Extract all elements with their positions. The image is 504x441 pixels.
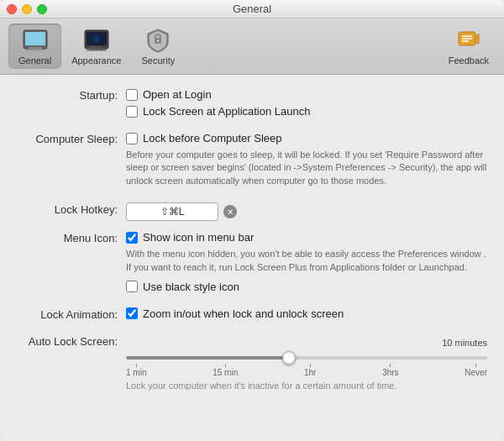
zoom-animation-label: Zoom in/out when lock and unlock screen bbox=[143, 307, 344, 320]
menu-icon-options: Show icon in menu bar With the menu icon… bbox=[126, 231, 487, 297]
svg-marker-14 bbox=[475, 34, 479, 44]
tab-appearance[interactable]: Appearance bbox=[61, 24, 131, 69]
lock-screen-launch-checkbox[interactable] bbox=[126, 106, 138, 118]
tab-security[interactable]: Security bbox=[131, 24, 185, 69]
hotkey-input[interactable] bbox=[126, 202, 218, 221]
show-menu-icon-row: Show icon in menu bar bbox=[126, 231, 487, 244]
menu-icon-row: Menu Icon: Show icon in menu bar With th… bbox=[17, 231, 487, 297]
hotkey-field: ✕ bbox=[126, 202, 487, 221]
show-menu-icon-checkbox[interactable] bbox=[126, 232, 138, 244]
svg-rect-9 bbox=[87, 50, 107, 51]
clear-hotkey-button[interactable]: ✕ bbox=[223, 205, 237, 218]
feedback-icon bbox=[455, 27, 482, 54]
use-black-style-checkbox[interactable] bbox=[126, 281, 138, 292]
zoom-animation-row: Zoom in/out when lock and unlock screen bbox=[126, 307, 487, 320]
open-at-login-checkbox[interactable] bbox=[126, 89, 138, 101]
title-bar: General bbox=[0, 0, 504, 18]
toolbar: General Appearance bbox=[0, 18, 504, 75]
lock-before-sleep-checkbox[interactable] bbox=[126, 133, 138, 144]
svg-point-12 bbox=[157, 40, 159, 42]
main-window: General General bbox=[0, 0, 504, 441]
slider-wrapper bbox=[126, 349, 487, 362]
open-at-login-label: Open at Login bbox=[143, 88, 212, 101]
tick-label-3hrs: 3hrs bbox=[382, 368, 398, 377]
auto-lock-label: Auto Lock Screen: bbox=[17, 334, 126, 348]
tab-appearance-label: Appearance bbox=[71, 55, 121, 66]
window-title: General bbox=[233, 3, 271, 15]
computer-sleep-options: Lock before Computer Sleep Before your c… bbox=[126, 132, 487, 192]
use-black-style-label: Use black style icon bbox=[143, 281, 239, 293]
use-black-style-row: Use black style icon bbox=[126, 281, 487, 293]
general-icon bbox=[22, 27, 49, 54]
lock-screen-launch-label: Lock Screen at Application Launch bbox=[143, 105, 310, 118]
menu-icon-label: Menu Icon: bbox=[17, 231, 126, 244]
svg-rect-8 bbox=[90, 47, 103, 50]
auto-lock-slider[interactable] bbox=[126, 356, 487, 360]
startup-row: Startup: Open at Login Lock Screen at Ap… bbox=[17, 88, 487, 122]
tick-15min: 15 min bbox=[213, 364, 238, 377]
computer-sleep-label: Computer Sleep: bbox=[17, 132, 126, 145]
tick-label-never: Never bbox=[465, 368, 487, 377]
lock-before-sleep-row: Lock before Computer Sleep bbox=[126, 132, 487, 144]
menu-icon-description: With the menu icon hidden, you won't be … bbox=[126, 248, 487, 274]
minimize-button[interactable] bbox=[22, 4, 32, 14]
appearance-icon bbox=[83, 27, 110, 54]
svg-rect-2 bbox=[29, 47, 42, 50]
slider-value-label: 10 minutes bbox=[126, 338, 487, 348]
svg-rect-3 bbox=[25, 50, 45, 51]
tick-never: Never bbox=[465, 364, 487, 377]
startup-options: Open at Login Lock Screen at Application… bbox=[126, 88, 487, 122]
lock-before-sleep-label: Lock before Computer Sleep bbox=[143, 132, 281, 144]
tick-label-1min: 1 min bbox=[126, 368, 146, 377]
toolbar-feedback[interactable]: Feedback bbox=[442, 24, 496, 69]
tick-1hr: 1hr bbox=[304, 364, 316, 377]
tick-3hrs: 3hrs bbox=[382, 364, 398, 377]
security-icon bbox=[144, 27, 171, 54]
show-in-menu-bar-label: Show icon in menu bar bbox=[143, 231, 254, 244]
auto-lock-options: 10 minutes 1 min 15 min 1hr bbox=[126, 338, 487, 391]
maximize-button[interactable] bbox=[37, 4, 47, 14]
toolbar-items: General Appearance bbox=[8, 24, 185, 69]
computer-sleep-row: Computer Sleep: Lock before Computer Sle… bbox=[17, 132, 487, 192]
startup-label: Startup: bbox=[17, 88, 126, 102]
auto-lock-description: Lock your computer when it's inactive fo… bbox=[126, 381, 487, 391]
close-button[interactable] bbox=[7, 4, 17, 14]
tab-general-label: General bbox=[18, 55, 51, 66]
window-controls bbox=[7, 4, 47, 14]
lock-hotkey-label: Lock Hotkey: bbox=[17, 202, 126, 216]
tick-1min: 1 min bbox=[126, 364, 146, 377]
auto-lock-row: Auto Lock Screen: 10 minutes 1 min 15 mi… bbox=[17, 334, 487, 391]
svg-rect-1 bbox=[25, 32, 45, 45]
lock-animation-row: Lock Animation: Zoom in/out when lock an… bbox=[17, 307, 487, 324]
open-at-login-row: Open at Login bbox=[126, 88, 487, 101]
svg-point-7 bbox=[93, 35, 100, 42]
feedback-label: Feedback bbox=[449, 55, 489, 66]
lock-animation-options: Zoom in/out when lock and unlock screen bbox=[126, 307, 487, 324]
tab-general[interactable]: General bbox=[8, 24, 61, 69]
lock-hotkey-content: ✕ bbox=[126, 202, 487, 221]
sleep-description: Before your computer goes to sleep, it w… bbox=[126, 149, 487, 187]
tick-label-15min: 15 min bbox=[213, 368, 238, 377]
zoom-animation-checkbox[interactable] bbox=[126, 307, 138, 319]
content-area: Startup: Open at Login Lock Screen at Ap… bbox=[0, 75, 504, 441]
tick-label-1hr: 1hr bbox=[304, 368, 316, 377]
tab-security-label: Security bbox=[141, 55, 175, 66]
lock-screen-launch-row: Lock Screen at Application Launch bbox=[126, 105, 487, 118]
lock-hotkey-row: Lock Hotkey: ✕ bbox=[17, 202, 487, 221]
lock-animation-label: Lock Animation: bbox=[17, 307, 126, 321]
